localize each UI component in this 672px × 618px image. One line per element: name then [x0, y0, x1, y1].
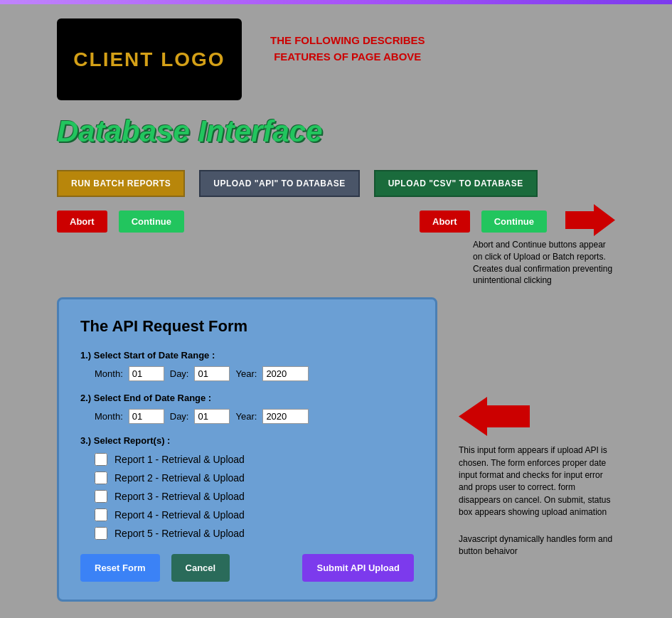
report-checkbox-3[interactable] [95, 490, 107, 503]
end-year-label: Year: [235, 411, 257, 422]
arrow-right-icon [565, 204, 615, 239]
start-day-label: Day: [170, 368, 189, 379]
start-month-label: Month: [95, 368, 123, 379]
end-month-label: Month: [95, 411, 123, 422]
end-day-input[interactable] [194, 409, 230, 424]
svg-marker-1 [459, 397, 530, 436]
main-content: The API Request Form 1.) Select Start of… [0, 290, 672, 609]
reports-label: 3.) Select Report(s) : [80, 435, 414, 446]
report-label-1: Report 1 - Retrieval & Upload [114, 454, 245, 465]
client-logo-text: CLIENT LOGO [73, 48, 225, 71]
api-request-form: The API Request Form 1.) Select Start of… [57, 297, 437, 602]
action-row-left: Abort Continue Abort Continue [57, 204, 615, 239]
report-checkbox-1[interactable] [95, 453, 107, 466]
report-item-3: Report 3 - Retrieval & Upload [95, 490, 414, 503]
abort-button-right[interactable]: Abort [420, 211, 470, 233]
action-section-left: Abort Continue Abort Continue Abort and … [0, 204, 672, 287]
report-label-3: Report 3 - Retrieval & Upload [114, 491, 245, 502]
submit-api-button[interactable]: Submit API Upload [302, 554, 414, 582]
date-range-end-label: 2.) Select End of Date Range : [80, 393, 414, 403]
header-desc-line2: FEATURES OF PAGE ABOVE [270, 49, 425, 65]
end-year-input[interactable] [262, 409, 309, 424]
end-month-input[interactable] [129, 409, 164, 424]
header-description: THE FOLLOWING DESCRIBES FEATURES OF PAGE… [270, 18, 425, 65]
page-title: Database Interface [57, 114, 615, 149]
form-buttons: Reset Form Cancel Submit API Upload [80, 554, 414, 582]
report-item-1: Report 1 - Retrieval & Upload [95, 453, 414, 466]
report-item-2: Report 2 - Retrieval & Upload [95, 472, 414, 484]
client-logo-box: CLIENT LOGO [57, 18, 242, 100]
page-footer: PAGE 1 - PART A FEATURES [0, 609, 672, 618]
side-annotations: This input form appears if upload API is… [459, 297, 615, 602]
abort-button-left[interactable]: Abort [57, 211, 107, 233]
svg-marker-0 [565, 204, 615, 236]
start-year-label: Year: [235, 368, 257, 379]
annotation-form-description: This input form appears if upload API is… [459, 444, 615, 518]
continue-button-right[interactable]: Continue [481, 211, 547, 233]
report-checkbox-4[interactable] [95, 508, 107, 521]
upload-api-button[interactable]: UPLOAD "API" TO DATABASE [199, 170, 359, 197]
main-button-row: RUN BATCH REPORTS UPLOAD "API" TO DATABA… [0, 163, 672, 204]
cancel-button[interactable]: Cancel [171, 554, 230, 582]
start-year-input[interactable] [262, 366, 309, 381]
date-range-start-label: 1.) Select Start of Date Range : [80, 350, 414, 361]
report-checkbox-2[interactable] [95, 472, 107, 484]
start-month-input[interactable] [129, 366, 164, 381]
arrow-left-form-icon [459, 397, 615, 439]
header-desc-line1: THE FOLLOWING DESCRIBES [270, 33, 425, 49]
form-title: The API Request Form [80, 317, 414, 336]
report-label-2: Report 2 - Retrieval & Upload [114, 472, 245, 484]
run-batch-reports-button[interactable]: RUN BATCH REPORTS [57, 170, 185, 197]
header-section: CLIENT LOGO THE FOLLOWING DESCRIBES FEAT… [0, 4, 672, 107]
upload-csv-button[interactable]: UPLOAD "CSV" TO DATABASE [374, 170, 538, 197]
report-item-5: Report 5 - Retrieval & Upload [95, 527, 414, 540]
report-list: Report 1 - Retrieval & UploadReport 2 - … [95, 453, 414, 540]
start-date-row: Month: Day: Year: [95, 366, 414, 381]
report-item-4: Report 4 - Retrieval & Upload [95, 508, 414, 521]
page-title-section: Database Interface [0, 107, 672, 163]
annotation-js-description: Javascript dynamically handles form and … [459, 533, 615, 558]
report-label-5: Report 5 - Retrieval & Upload [114, 528, 245, 539]
continue-button-left[interactable]: Continue [119, 211, 184, 233]
start-day-input[interactable] [194, 366, 230, 381]
end-day-label: Day: [170, 411, 189, 422]
report-label-4: Report 4 - Retrieval & Upload [114, 509, 245, 521]
report-checkbox-5[interactable] [95, 527, 107, 540]
annotation-abort-continue: Abort and Continue buttons appear on cli… [473, 239, 615, 287]
reset-form-button[interactable]: Reset Form [80, 554, 160, 582]
end-date-row: Month: Day: Year: [95, 409, 414, 424]
